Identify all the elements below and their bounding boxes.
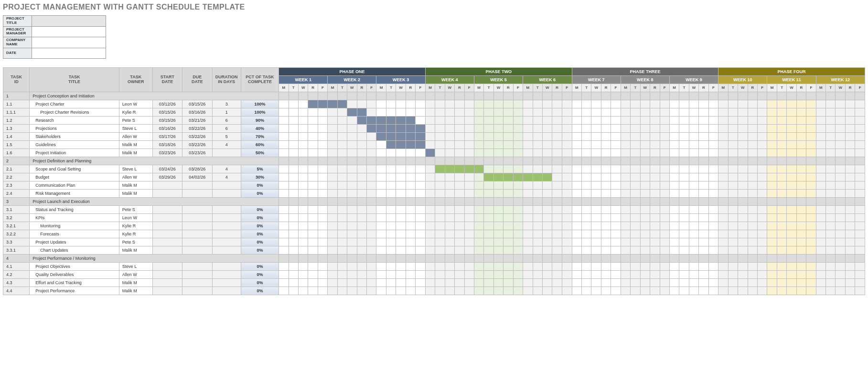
task-row[interactable]: 4.3Effort and Cost TrackingMalik M0%	[3, 278, 865, 287]
pct-complete[interactable]: 40%	[241, 124, 279, 132]
due-date[interactable]	[182, 230, 213, 238]
task-row[interactable]: 3.2.2ForecastsKylie R0%	[3, 230, 865, 238]
task-row[interactable]: 4.4Project PerformanceMalik M0%	[3, 287, 865, 295]
task-row[interactable]: 4.1Project ObjectivesSteve L0%	[3, 262, 865, 270]
task-row[interactable]: 1.1Project CharterLeon W03/12/2603/15/26…	[3, 100, 865, 108]
start-date[interactable]: 03/12/26	[152, 100, 182, 108]
due-date[interactable]: 03/23/26	[182, 149, 213, 157]
gantt-cell	[748, 254, 757, 262]
due-date[interactable]: 03/16/26	[182, 108, 213, 116]
section-row[interactable]: 2Project Definition and Planning	[3, 157, 865, 165]
due-date[interactable]: 03/28/26	[182, 165, 213, 173]
task-row[interactable]: 2.3Communication PlanMalik M0%	[3, 181, 865, 189]
pct-complete[interactable]: 0%	[241, 238, 279, 246]
pct-complete[interactable]: 0%	[241, 181, 279, 189]
pct-complete[interactable]: 0%	[241, 205, 279, 213]
due-date[interactable]	[182, 238, 213, 246]
task-row[interactable]: 2.2BudgetAllen W03/29/2604/02/26430%	[3, 173, 865, 181]
start-date[interactable]	[152, 287, 182, 295]
start-date[interactable]	[152, 181, 182, 189]
pct-complete[interactable]: 0%	[241, 230, 279, 238]
start-date[interactable]: 03/24/26	[152, 165, 182, 173]
gantt-cell	[328, 262, 337, 270]
gantt-cell	[621, 140, 630, 149]
task-row[interactable]: 3.2.1MonitoringKylie R0%	[3, 222, 865, 230]
pct-complete[interactable]: 0%	[241, 246, 279, 254]
pct-complete[interactable]: 0%	[241, 270, 279, 278]
start-date[interactable]	[152, 246, 182, 254]
start-date[interactable]	[152, 262, 182, 270]
pct-complete[interactable]: 0%	[241, 213, 279, 222]
start-date[interactable]: 03/23/26	[152, 149, 182, 157]
due-date[interactable]: 03/22/26	[182, 124, 213, 132]
pct-complete[interactable]: 0%	[241, 278, 279, 287]
meta-value-input[interactable]	[32, 26, 106, 37]
start-date[interactable]: 03/18/26	[152, 140, 182, 149]
task-row[interactable]: 3.2KPIsLeon W0%	[3, 213, 865, 222]
due-date[interactable]: 03/21/26	[182, 116, 213, 124]
task-row[interactable]: 1.5GuidelinesMalik M03/18/2603/22/26460%	[3, 140, 865, 149]
task-row[interactable]: 1.2ResearchPete S03/15/2603/21/26690%	[3, 116, 865, 124]
task-row[interactable]: 3.3.1Chart UpdatesMalik M0%	[3, 246, 865, 254]
due-date[interactable]	[182, 222, 213, 230]
dow-header: F	[464, 84, 474, 92]
task-row[interactable]: 1.3ProjectionsSteve L03/16/2603/22/26640…	[3, 124, 865, 132]
due-date[interactable]	[182, 262, 213, 270]
start-date[interactable]	[152, 270, 182, 278]
due-date[interactable]	[182, 181, 213, 189]
due-date[interactable]: 03/15/26	[182, 100, 213, 108]
start-date[interactable]	[152, 205, 182, 213]
gantt-cell	[464, 213, 474, 222]
start-date[interactable]: 03/15/26	[152, 116, 182, 124]
start-date[interactable]: 03/16/26	[152, 124, 182, 132]
meta-value-input[interactable]	[32, 37, 106, 48]
task-row[interactable]: 1.6Project InitiationMalik M03/23/2603/2…	[3, 149, 865, 157]
start-date[interactable]	[152, 222, 182, 230]
pct-complete[interactable]: 50%	[241, 149, 279, 157]
start-date[interactable]	[152, 189, 182, 197]
pct-complete[interactable]: 0%	[241, 222, 279, 230]
due-date[interactable]	[182, 205, 213, 213]
task-row[interactable]: 2.4Risk ManagementMalik M0%	[3, 189, 865, 197]
task-row[interactable]: 3.1Status and TrackingPete S0%	[3, 205, 865, 213]
start-date[interactable]	[152, 278, 182, 287]
due-date[interactable]: 03/22/26	[182, 132, 213, 140]
section-row[interactable]: 4Project Performance / Monitoring	[3, 254, 865, 262]
due-date[interactable]	[182, 287, 213, 295]
pct-complete[interactable]: 60%	[241, 140, 279, 149]
due-date[interactable]	[182, 246, 213, 254]
start-date[interactable]	[152, 230, 182, 238]
task-row[interactable]: 1.1.1Project Charter RevisionsKylie R03/…	[3, 108, 865, 116]
pct-complete[interactable]: 70%	[241, 132, 279, 140]
task-row[interactable]: 2.1Scope and Goal SettingSteve L03/24/26…	[3, 165, 865, 173]
start-date[interactable]: 03/15/26	[152, 108, 182, 116]
due-date[interactable]	[182, 278, 213, 287]
pct-complete[interactable]: 30%	[241, 173, 279, 181]
section-row[interactable]: 1Project Conception and Initiation	[3, 92, 865, 100]
section-row[interactable]: 3Project Launch and Execution	[3, 197, 865, 205]
due-date[interactable]: 04/02/26	[182, 173, 213, 181]
meta-label: DATE	[3, 48, 32, 58]
start-date[interactable]	[152, 213, 182, 222]
pct-complete[interactable]: 100%	[241, 100, 279, 108]
task-row[interactable]: 1.4StakeholdersAllen W03/17/2603/22/2657…	[3, 132, 865, 140]
start-date[interactable]: 03/29/26	[152, 173, 182, 181]
pct-complete[interactable]: 90%	[241, 116, 279, 124]
due-date[interactable]	[182, 270, 213, 278]
pct-complete[interactable]: 5%	[241, 165, 279, 173]
pct-complete[interactable]: 0%	[241, 287, 279, 295]
meta-value-input[interactable]	[32, 16, 106, 27]
gantt-cell	[640, 238, 650, 246]
start-date[interactable]: 03/17/26	[152, 132, 182, 140]
due-date[interactable]	[182, 189, 213, 197]
task-row[interactable]: 3.3Project UpdatesPete S0%	[3, 238, 865, 246]
start-date[interactable]	[152, 238, 182, 246]
due-date[interactable]: 03/22/26	[182, 140, 213, 149]
pct-complete[interactable]: 0%	[241, 262, 279, 270]
pct-complete[interactable]: 0%	[241, 189, 279, 197]
due-date[interactable]	[182, 213, 213, 222]
gantt-cell	[669, 132, 679, 140]
task-row[interactable]: 4.2Quality DeliverablesAllen W0%	[3, 270, 865, 278]
meta-value-input[interactable]	[32, 48, 106, 58]
pct-complete[interactable]: 100%	[241, 108, 279, 116]
